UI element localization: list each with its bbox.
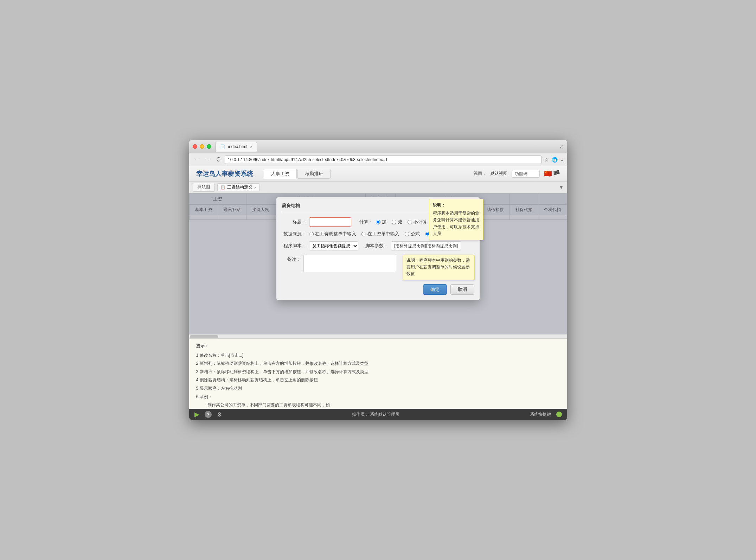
script-params-display: [指标外提成比例][指标内提成比例] bbox=[391, 241, 461, 250]
flag-hk-icon: 🏴 bbox=[552, 170, 560, 178]
dialog-row-remarks: 备注： 说明：程序脚本中用到的参数，需要用户在薪资调整单的时候设置参数值 bbox=[282, 255, 474, 280]
app-title: 幸运鸟人事薪资系统 bbox=[196, 170, 253, 178]
tab-payroll[interactable]: 人事工资 bbox=[264, 169, 297, 179]
calc-add-radio[interactable]: 加 bbox=[376, 219, 386, 225]
source-adjust-label: 在工资调整单中输入 bbox=[315, 231, 356, 237]
flag-cn-icon: 🇨🇳 bbox=[544, 170, 552, 178]
scrollbar-h-thumb[interactable] bbox=[190, 335, 218, 338]
active-tab[interactable]: 📄 index.html × bbox=[216, 142, 257, 152]
address-bar: ← → C ☆ 🌐 ≡ bbox=[189, 153, 567, 166]
tab-doc-icon: 📄 bbox=[220, 144, 225, 149]
inline-tooltip: 说明：程序脚本中用到的参数，需要用户在薪资调整单的时候设置参数值 bbox=[403, 255, 474, 280]
address-input[interactable] bbox=[225, 155, 542, 164]
app-header: 幸运鸟人事薪资系统 人事工资 考勤排班 视图： 默认视图 🇨🇳 🏴 bbox=[189, 166, 567, 182]
nav-map-button[interactable]: 导航图 bbox=[193, 183, 214, 192]
calc-sub-label: 减 bbox=[398, 219, 402, 225]
source-adjust-radio[interactable]: 在工资调整单中输入 bbox=[309, 231, 356, 237]
star-icon[interactable]: ☆ bbox=[544, 157, 549, 163]
salary-structure-tab[interactable]: 📋 工资结构定义 × bbox=[217, 183, 260, 191]
remarks-label: 备注： bbox=[282, 256, 301, 263]
app-content: 幸运鸟人事薪资系统 人事工资 考勤排班 视图： 默认视图 🇨🇳 🏴 导航图 📋 … bbox=[189, 166, 567, 420]
settings-icon[interactable]: ⚙ bbox=[217, 411, 222, 418]
calc-none-radio[interactable]: 不计算 bbox=[408, 219, 427, 225]
calc-sub-input[interactable] bbox=[392, 220, 396, 224]
confirm-button[interactable]: 确定 bbox=[423, 284, 447, 295]
source-formula-label: 公式 bbox=[411, 231, 420, 237]
source-payslip-radio[interactable]: 在工资单中输入 bbox=[361, 231, 399, 237]
func-code-input[interactable] bbox=[512, 170, 540, 178]
sub-header: 导航图 📋 工资结构定义 × ▼ bbox=[189, 182, 567, 193]
title-label: 标题： bbox=[282, 219, 306, 225]
title-bar: 📄 index.html × ⤢ bbox=[189, 140, 567, 153]
note-content: 程序脚本适用于复杂的业务逻辑计算不建议普通用户使用，可联系技术支持人员 bbox=[433, 210, 480, 237]
script-label: 程序脚本： bbox=[282, 243, 306, 249]
calc-add-input[interactable] bbox=[376, 220, 380, 224]
inactive-tab[interactable] bbox=[257, 145, 265, 148]
sub-header-arrow-icon[interactable]: ▼ bbox=[559, 185, 564, 190]
params-label: 脚本参数： bbox=[365, 243, 388, 249]
remarks-input[interactable] bbox=[303, 255, 396, 272]
sub-nav-close-icon[interactable]: × bbox=[254, 185, 256, 190]
tip-item-3: 4.删除薪资结构：鼠标移动到薪资结构上，单击左上角的删除按钮 bbox=[196, 376, 560, 384]
cancel-button[interactable]: 取消 bbox=[450, 284, 474, 295]
tip-item-1: 2.新增列：鼠标移动到薪资结构上，单击右方的增加按钮，并修改名称、选择计算方式及… bbox=[196, 360, 560, 368]
tip-item-2: 3.新增行：鼠标移动到薪资结构上，单击下方的增加按钮，并修改名称、选择计算方式及… bbox=[196, 368, 560, 376]
script-select[interactable]: 员工指标销售额提成其他脚本1 bbox=[309, 241, 358, 250]
operator-value: 系统默认管理员 bbox=[370, 412, 399, 417]
expand-icon[interactable]: ⤢ bbox=[559, 144, 564, 149]
doc-icon: 📋 bbox=[220, 185, 225, 190]
view-label: 视图： bbox=[474, 171, 486, 177]
calc-none-input[interactable] bbox=[408, 220, 412, 224]
calc-radio-group: 加 减 不计算 bbox=[376, 219, 427, 225]
dialog-buttons: 确定 取消 bbox=[282, 284, 474, 295]
app-nav-tabs: 人事工资 考勤排班 bbox=[264, 169, 474, 179]
source-formula-radio[interactable]: 公式 bbox=[405, 231, 420, 237]
maximize-button[interactable] bbox=[207, 144, 211, 149]
tips-area: 提示： 1.修改名称：单击[点击...] 2.新增列：鼠标移动到薪资结构上，单击… bbox=[189, 338, 567, 409]
calc-sub-radio[interactable]: 减 bbox=[392, 219, 402, 225]
title-input[interactable] bbox=[309, 217, 351, 227]
tip-item-5: 6.举例： bbox=[196, 393, 560, 401]
tab-close-icon[interactable]: × bbox=[250, 145, 252, 149]
source-payslip-input[interactable] bbox=[361, 232, 366, 236]
modal-overlay: 薪资结构 标题： 计算： 加 bbox=[189, 193, 567, 334]
traffic-lights bbox=[193, 144, 211, 149]
note-box: 说明： 程序脚本适用于复杂的业务逻辑计算不建议普通用户使用，可联系技术支持人员 bbox=[429, 199, 483, 240]
operator-label: 操作员： bbox=[352, 412, 369, 417]
tips-title: 提示： bbox=[196, 342, 560, 350]
source-radio-group: 在工资调整单中输入 在工资单中输入 公式 bbox=[309, 231, 449, 237]
status-bar: ▶ ? ⚙ 操作员： 系统默认管理员 系统快捷键 bbox=[189, 409, 567, 420]
close-button[interactable] bbox=[193, 144, 197, 149]
horizontal-scrollbar[interactable] bbox=[189, 334, 567, 338]
view-value: 默认视图 bbox=[491, 171, 507, 177]
status-indicator bbox=[556, 412, 562, 417]
dialog-row-script: 程序脚本： 员工指标销售额提成其他脚本1 脚本参数： [指标外提成比例][指标内… bbox=[282, 241, 474, 250]
source-payslip-label: 在工资单中输入 bbox=[367, 231, 399, 237]
back-button[interactable]: ← bbox=[193, 156, 201, 164]
flag-icons: 🇨🇳 🏴 bbox=[544, 170, 560, 178]
calc-label: 计算： bbox=[359, 219, 373, 225]
help-icon[interactable]: ? bbox=[205, 411, 212, 418]
tab-attendance[interactable]: 考勤排班 bbox=[297, 169, 331, 179]
menu-icon[interactable]: ≡ bbox=[560, 157, 563, 163]
source-formula-input[interactable] bbox=[405, 232, 409, 236]
calc-none-label: 不计算 bbox=[414, 219, 427, 225]
shortcut-label: 系统快捷键 bbox=[530, 412, 551, 418]
source-adjust-input[interactable] bbox=[309, 232, 314, 236]
play-icon[interactable]: ▶ bbox=[194, 411, 199, 418]
forward-button[interactable]: → bbox=[204, 156, 212, 164]
status-operator-text: 操作员： 系统默认管理员 bbox=[227, 412, 525, 418]
tip-item-6: 制作某公司的工资单，不同部门需要的工资单表结构可能不同，如 bbox=[196, 401, 560, 409]
salary-structure-label: 工资结构定义 bbox=[227, 184, 252, 190]
minimize-button[interactable] bbox=[200, 144, 204, 149]
tip-item-4: 5.显示顺序：左右拖动列 bbox=[196, 385, 560, 393]
app-header-right: 视图： 默认视图 🇨🇳 🏴 bbox=[474, 170, 560, 178]
dialog-wrapper: 薪资结构 标题： 计算： 加 bbox=[276, 197, 480, 300]
inline-tooltip-text: 说明：程序脚本中用到的参数，需要用户在薪资调整单的时候设置参数值 bbox=[406, 258, 470, 276]
tab-label: index.html bbox=[228, 144, 248, 149]
globe-icon[interactable]: 🌐 bbox=[552, 157, 558, 163]
table-area: 工资 绩效奖金 点击添加 扣款项 基本工资 通讯补贴 接待人次 客服在线时间 bbox=[189, 193, 567, 338]
refresh-button[interactable]: C bbox=[215, 156, 222, 164]
tip-item-0: 1.修改名称：单击[点击...] bbox=[196, 352, 560, 359]
tab-bar: 📄 index.html × bbox=[216, 142, 559, 152]
